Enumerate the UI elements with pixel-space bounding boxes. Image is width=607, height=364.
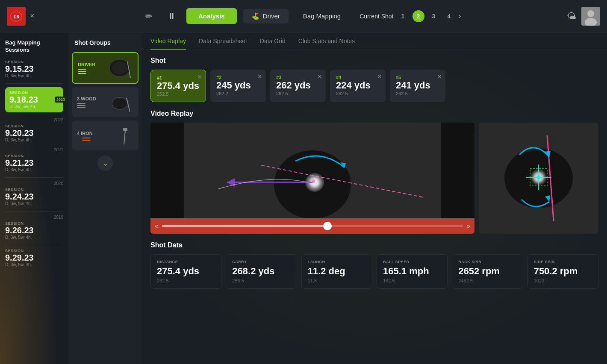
shot-distance: 241 yds — [396, 80, 439, 91]
shot-data-cards: DISTANCE 275.4 yds 262.5 CARRY 268.2 yds… — [150, 254, 598, 288]
sidebar-divider — [5, 211, 63, 211]
club-image-3wood — [108, 91, 133, 113]
club-card-3wood[interactable]: 3 WOOD — [72, 87, 138, 117]
left-sidebar: Bag Mapping Sessions SESSION 9.15.23 D, … — [0, 32, 68, 364]
orange-line — [82, 138, 91, 138]
session-item[interactable]: SESSION 9.21.23 D, 3w, 5w, 4h, — [5, 154, 63, 172]
session-clubs: D, 3w, 5w, 4h, — [5, 138, 63, 142]
tab-driver[interactable]: ⛳ Driver — [243, 9, 289, 23]
close-icon[interactable]: × — [30, 12, 35, 21]
club-card-4iron[interactable]: 4 IRON — [72, 120, 138, 150]
top-navigation: E6 × ✏ ⏸ Analysis ⛳ Driver Bag Mapping C… — [0, 0, 607, 32]
svg-point-13 — [274, 150, 351, 219]
sidebar-divider — [5, 245, 63, 245]
session-clubs: D, 3w, 5w, 4h, — [9, 104, 59, 109]
club-lines-orange — [77, 138, 93, 141]
shot-num-4[interactable]: 4 — [443, 10, 455, 22]
shot-close-icon[interactable]: ✕ — [197, 73, 202, 80]
shot-card-4[interactable]: #4 224 yds 262.5 ✕ — [330, 70, 386, 102]
shot-num-2[interactable]: 2 — [413, 10, 424, 22]
session-item[interactable]: SESSION 9.29.23 D, 3w, 5w, 4h, — [5, 249, 63, 267]
club-card-inner: DRIVER — [73, 53, 138, 83]
shot-sub: 262.5 — [396, 91, 439, 96]
club-line — [77, 105, 85, 106]
sidebar-divider — [5, 177, 63, 178]
shot-close-icon[interactable]: ✕ — [257, 73, 262, 80]
tab-data-grid[interactable]: Data Grid — [260, 38, 286, 50]
session-clubs: D, 3w, 5w, 4h, — [5, 201, 63, 206]
session-item[interactable]: SESSION 9.20.23 D, 3w, 5w, 4h, — [5, 124, 63, 142]
session-clubs: D, 3w, 5w, 4h, — [5, 73, 63, 78]
session-item[interactable]: SESSION 9.24.23 D, 3w, 5w, 4h, — [5, 188, 63, 206]
pencil-button[interactable]: ✏ — [140, 8, 157, 25]
video-panel-left: « » — [150, 123, 474, 234]
svg-marker-16 — [340, 162, 346, 167]
forward-icon[interactable]: » — [466, 222, 470, 230]
session-clubs: D, 3w, 5w, 4h, — [5, 235, 63, 240]
svg-point-8 — [112, 97, 127, 109]
nav-center: ✏ ⏸ Analysis ⛳ Driver Bag Mapping Curren… — [43, 8, 558, 25]
session-date: 9.20.23 — [5, 128, 63, 138]
scroll-down-button[interactable]: ⌄ — [97, 156, 113, 171]
data-value: 2652 rpm — [458, 266, 516, 277]
playback-thumb[interactable] — [323, 222, 332, 230]
session-label: SESSION — [5, 188, 63, 192]
chevron-right-icon[interactable]: › — [459, 12, 461, 21]
shot-num-badge: #1 — [157, 75, 200, 80]
video-panel-right — [479, 123, 598, 234]
session-item[interactable]: SESSION 9.15.23 D, 3w, 5w, 4h, — [5, 60, 63, 78]
playback-fill — [162, 225, 327, 227]
shot-num-1[interactable]: 1 — [397, 10, 409, 22]
pause-button[interactable]: ⏸ — [163, 8, 180, 25]
data-sub: 162.5 — [383, 278, 441, 283]
driver-label: Driver — [263, 12, 280, 20]
data-label: BALL SPEED — [383, 260, 441, 264]
shot-close-icon[interactable]: ✕ — [437, 73, 442, 80]
user-avatar[interactable] — [581, 7, 600, 26]
video-row: « » — [150, 123, 598, 234]
club-card-inner: 4 IRON — [72, 120, 138, 150]
content-area: Shot #1 275.4 yds 262.5 ✕ #2 245 yds 262… — [142, 50, 607, 364]
data-value: 750.2 rpm — [534, 266, 592, 277]
tab-data-spreadsheet[interactable]: Data Spreadsheet — [199, 38, 247, 50]
rewind-icon[interactable]: « — [155, 222, 159, 230]
playback-progress[interactable] — [162, 225, 463, 227]
current-shot-area: Current Shot 1 2 3 4 › — [359, 10, 461, 22]
session-date: 9.18.23 — [9, 95, 59, 104]
shot-num-badge: #2 — [216, 75, 260, 80]
logo-area: E6 × — [7, 7, 35, 26]
svg-marker-18 — [227, 178, 235, 187]
session-clubs: D, 3w, 5w, 4h, — [5, 262, 63, 267]
shot-num-3[interactable]: 3 — [428, 10, 440, 22]
tab-club-stats[interactable]: Club Stats and Notes — [298, 38, 355, 50]
club-card-driver[interactable]: DRIVER — [72, 52, 138, 84]
current-shot-label: Current Shot — [359, 13, 393, 20]
data-card-back-spin: BACK SPIN 2652 rpm 2462.5 — [452, 254, 523, 288]
svg-line-11 — [124, 131, 125, 144]
playback-bar[interactable]: « » — [150, 218, 474, 234]
club-name: DRIVER — [78, 62, 96, 67]
shot-card-1[interactable]: #1 275.4 yds 262.5 ✕ — [150, 70, 206, 102]
shot-card-3[interactable]: #3 262 yds 262.5 ✕ — [270, 70, 326, 102]
orange-line — [82, 140, 91, 141]
session-item-active[interactable]: SESSION 9.18.23 D, 3w, 5w, 4h, 2023 — [5, 87, 63, 112]
shot-sub: 262.5 — [276, 91, 320, 96]
year-label-2021: 2021 — [5, 147, 63, 152]
shot-sub: 262.2 — [216, 91, 260, 96]
session-item[interactable]: SESSION 9.26.23 D, 3w, 5w, 4h, — [5, 221, 63, 240]
shot-close-icon[interactable]: ✕ — [317, 73, 322, 80]
data-label: BACK SPIN — [458, 260, 516, 264]
tab-analysis[interactable]: Analysis — [186, 8, 237, 24]
shot-groups-panel: Shot Groups DRIVER — [68, 32, 142, 364]
sidebar-title: Bag Mapping Sessions — [5, 39, 63, 54]
tab-bag-mapping[interactable]: Bag Mapping — [295, 8, 349, 24]
club-line — [78, 69, 86, 70]
shot-card-5[interactable]: #5 241 yds 262.5 ✕ — [390, 70, 445, 102]
shot-close-icon[interactable]: ✕ — [377, 73, 382, 80]
data-card-distance: DISTANCE 275.4 yds 262.5 — [150, 254, 221, 288]
data-sub: 256.5 — [232, 278, 290, 283]
club-line — [78, 71, 86, 72]
tab-video-replay[interactable]: Video Replay — [150, 38, 186, 50]
shot-card-2[interactable]: #2 245 yds 262.2 ✕ — [210, 70, 266, 102]
session-date: 9.29.23 — [5, 253, 63, 262]
